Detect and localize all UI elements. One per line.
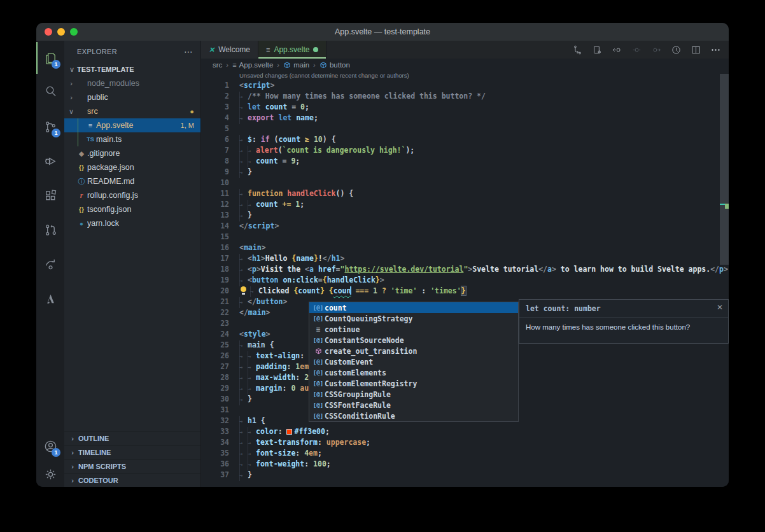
tab-app-svelte[interactable]: ≡ App.svelte: [258, 41, 326, 59]
suggest-item-cssgroupingrule[interactable]: [@]CSSGroupingRule: [309, 389, 518, 400]
code-token: h1: [332, 254, 340, 263]
code-line-33: 33→→color: #ff3e00;: [201, 426, 729, 437]
gitlens-file-history-icon[interactable]: [669, 43, 683, 57]
search-icon[interactable]: [36, 75, 64, 107]
change-indicator-icon[interactable]: [629, 43, 643, 57]
line-number: 31: [201, 405, 229, 416]
next-change-icon[interactable]: [649, 43, 663, 57]
code-token: count: [265, 102, 288, 111]
code-token: >: [552, 265, 556, 274]
suggest-item-cssfontfacerule[interactable]: [@]CSSFontFaceRule: [309, 400, 518, 410]
section-label: OUTLINE: [78, 435, 109, 442]
open-changes-icon[interactable]: [570, 43, 584, 57]
suggest-item-constantsourcenode[interactable]: [@]ConstantSourceNode: [309, 335, 518, 346]
section-npm-scripts[interactable]: ›NPM SCRIPTS: [64, 459, 200, 473]
github-pull-requests-icon[interactable]: [36, 214, 64, 246]
suggest-label: customElements: [325, 368, 386, 377]
suggest-item-countqueuingstrategy[interactable]: [@]CountQueuingStrategy: [309, 313, 518, 324]
breadcrumb-item-src[interactable]: src: [213, 61, 222, 69]
run-debug-icon[interactable]: [36, 145, 64, 177]
previous-change-icon[interactable]: [610, 43, 624, 57]
file-tree-item-rollup-config-js[interactable]: rrollup.config.js: [64, 188, 200, 202]
file-tree-item--gitignore[interactable]: ◆.gitignore: [64, 146, 200, 160]
suggest-item-customelementregistry[interactable]: [@]CustomElementRegistry: [309, 378, 518, 389]
zoom-window-button[interactable]: [70, 28, 78, 36]
suggest-item-customelements[interactable]: [@]customElements: [309, 367, 518, 378]
file-tree-item-app-svelte[interactable]: ≡App.svelte1, M: [64, 118, 200, 132]
close-window-button[interactable]: [45, 28, 52, 36]
code-token: >: [256, 265, 261, 274]
azure-icon[interactable]: [36, 283, 64, 314]
chevron-down-icon: ∨: [67, 66, 77, 74]
sidebar-more-actions-icon[interactable]: ⋯: [184, 46, 193, 57]
whitespace-tab-arrow: →: [248, 438, 256, 449]
project-name: TEST-TEMPLATE: [77, 66, 134, 73]
file-tree-item-main-ts[interactable]: TSmain.ts: [64, 132, 200, 146]
lightbulb-icon[interactable]: [239, 286, 248, 295]
file-tree-item-package-json[interactable]: {}package.json: [64, 160, 200, 174]
explorer-icon[interactable]: 1: [36, 42, 64, 74]
tab-welcome[interactable]: ✕ Welcome: [201, 41, 258, 59]
settings-gear-icon[interactable]: [36, 458, 64, 487]
code-editor[interactable]: Unsaved changes (cannot determine recent…: [201, 71, 729, 487]
color-swatch[interactable]: [286, 429, 292, 435]
section-timeline[interactable]: ›TIMELINE: [64, 445, 200, 459]
close-icon[interactable]: ✕: [717, 303, 723, 312]
suggest-item-continue[interactable]: ≡continue: [309, 324, 518, 335]
file-tree-item-src[interactable]: ∨src●: [64, 104, 200, 118]
code-token: (: [278, 146, 283, 155]
whitespace-tab-arrow: →: [239, 146, 248, 157]
unsaved-dot-icon[interactable]: [313, 47, 318, 52]
breadcrumb-item-button[interactable]: button: [319, 61, 350, 69]
file-tree-item-tsconfig-json[interactable]: {}tsconfig.json: [64, 202, 200, 216]
whitespace-tab-arrow: →: [239, 157, 248, 167]
code-line-13: 13→}: [201, 210, 729, 221]
accounts-icon[interactable]: 1: [36, 430, 64, 462]
codelens-unsaved-changes[interactable]: Unsaved changes (cannot determine recent…: [201, 71, 729, 80]
code-token: count: [256, 200, 278, 209]
line-number: 37: [201, 470, 229, 480]
file-tree-item-readme-md[interactable]: ⓘREADME.md: [64, 174, 200, 188]
suggest-item-create_out_transition[interactable]: create_out_transition: [309, 346, 518, 356]
explorer-sidebar: EXPLORER ⋯ ∨ TEST-TEMPLATE ›node_modules…: [64, 41, 201, 487]
code-token: :: [318, 438, 326, 447]
scrollbar-slider[interactable]: [720, 74, 729, 265]
code-token: name: [296, 254, 314, 263]
code-token: );: [405, 146, 414, 155]
code-token: uppercase: [326, 438, 366, 447]
file-tree-item-public[interactable]: ›public: [64, 90, 200, 104]
more-actions-icon[interactable]: [708, 43, 722, 57]
section-outline[interactable]: ›OUTLINE: [64, 431, 200, 445]
code-token: }: [248, 167, 252, 176]
minimize-window-button[interactable]: [57, 28, 65, 36]
chevron-right-icon: ›: [67, 80, 76, 87]
open-preview-icon[interactable]: [590, 43, 604, 57]
code-token: color: [256, 427, 278, 436]
whitespace-tab-arrow: →: [239, 362, 248, 373]
suggest-item-customevent[interactable]: [@]CustomEvent: [309, 356, 518, 367]
section-codetour[interactable]: ›CODETOUR: [64, 473, 200, 487]
code-line-4: 4→export let name;: [201, 113, 729, 123]
file-tree-item-node-modules[interactable]: ›node_modules: [64, 76, 200, 90]
breadcrumb-item-main[interactable]: main: [283, 61, 309, 69]
code-token: a: [547, 265, 552, 274]
source-control-icon[interactable]: 1: [36, 111, 64, 143]
line-number: 10: [201, 178, 229, 188]
live-share-icon[interactable]: [36, 248, 64, 280]
project-root-row[interactable]: ∨ TEST-TEMPLATE: [64, 62, 200, 76]
line-number: 4: [201, 113, 229, 123]
symbol-variable-icon: [@]: [312, 370, 325, 376]
line-number: 29: [201, 383, 229, 394]
line-number: 33: [201, 426, 229, 437]
extensions-icon[interactable]: [36, 179, 64, 211]
editor-scrollbar[interactable]: [720, 71, 729, 487]
suggest-item-count[interactable]: [@]count: [309, 302, 518, 313]
breadcrumb-item-app-svelte[interactable]: ≡App.svelte: [232, 61, 273, 69]
code-token: [314, 265, 318, 274]
file-tree-item-yarn-lock[interactable]: ●yarn.lock: [64, 216, 200, 230]
whitespace-tab-arrow: →: [239, 276, 248, 286]
file-name: package.json: [87, 163, 200, 172]
suggest-item-cssconditionrule[interactable]: [@]CSSConditionRule: [309, 410, 518, 421]
json-file-icon: {}: [76, 164, 87, 171]
split-editor-icon[interactable]: [689, 43, 703, 57]
